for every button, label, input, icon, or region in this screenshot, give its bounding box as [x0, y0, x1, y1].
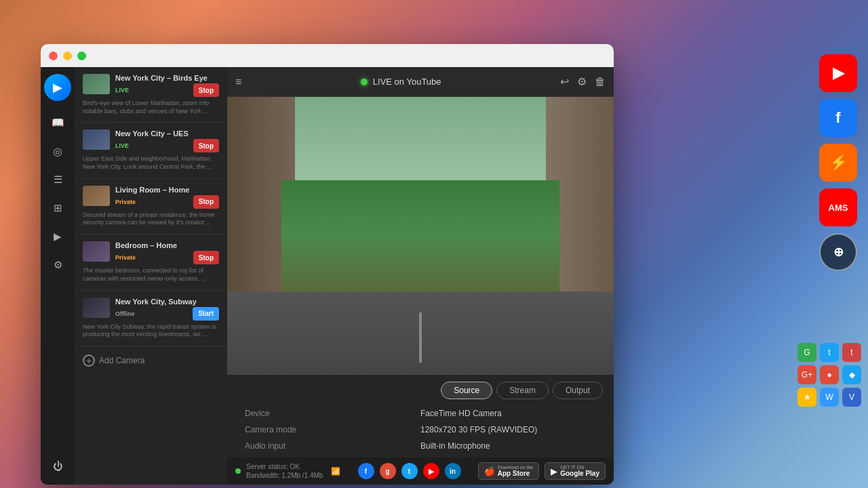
maximize-button[interactable] — [77, 52, 86, 60]
facebook-desktop-icon[interactable]: f — [819, 99, 857, 137]
share-icon[interactable]: ↩ — [560, 75, 569, 88]
minimize-button[interactable] — [63, 52, 72, 60]
street-scene — [227, 97, 614, 375]
linkedin-social-btn[interactable]: in — [445, 463, 461, 479]
app-store-text: Download on the App Store — [498, 465, 534, 478]
main-content: ≡ LIVE on YouTube ↩ ⚙ 🗑 — [227, 67, 614, 485]
trees — [281, 180, 559, 291]
settings-top-icon[interactable]: ⚙ — [577, 75, 587, 88]
camera-item-2[interactable]: Living Room – Home Private Stop Secured … — [75, 179, 227, 235]
status-ok-text: Server status: OK — [246, 462, 323, 471]
add-camera-btn[interactable]: + Add Camera — [75, 346, 227, 375]
delete-icon[interactable]: 🗑 — [595, 76, 606, 88]
camera-stop-btn-3[interactable]: Stop — [193, 251, 219, 264]
audio-input-value: Built-in Microphone — [420, 441, 596, 451]
camera-desc-2: Secured stream of a private residence, t… — [83, 211, 219, 227]
google-icon[interactable]: G — [797, 343, 816, 362]
camera-status-1: LIVE — [115, 142, 129, 149]
sidebar-list-btn[interactable]: ☰ — [45, 167, 70, 192]
blue-icon[interactable]: ◆ — [842, 365, 861, 384]
sidebar-grid-btn[interactable]: ⊞ — [45, 196, 70, 220]
camera-status-2: Private — [115, 199, 136, 205]
youtube-social-btn[interactable]: ▶ — [423, 463, 439, 479]
app-body: ▶ 📖 ◎ ☰ ⊞ ▶ ⚙ ⏻ — [41, 67, 614, 485]
road-line — [419, 312, 422, 363]
camera-status-4: Offline — [115, 310, 135, 317]
camera-item-3[interactable]: Bedroom – Home Private Stop The master b… — [75, 235, 227, 290]
camera-desc-3: The master bedroom, connected to my list… — [83, 267, 219, 283]
tab-output[interactable]: Output — [553, 382, 603, 399]
camera-info-4: New York City, Subway Offline Start — [115, 298, 219, 321]
camera-desc-0: Bird's-eye view of Lower Manhattan, zoom… — [83, 100, 219, 115]
bandwidth-text: Bandwidth: 1.2Mb /1.4Mb — [246, 471, 323, 480]
yellow-icon[interactable]: ★ — [797, 388, 816, 407]
small-desktop-icons: G t t G+ ● ◆ ★ W V — [797, 343, 861, 407]
sidebar-logo-btn[interactable]: ▶ — [44, 74, 71, 101]
sidebar-video-btn[interactable]: ▶ — [45, 224, 70, 249]
ams-desktop-icon[interactable]: AMS — [819, 188, 857, 226]
top-bar: ≡ LIVE on YouTube ↩ ⚙ 🗑 — [227, 67, 614, 97]
sidebar-location-btn[interactable]: ◎ — [45, 139, 70, 163]
lightning-desktop-icon[interactable]: ⚡ — [819, 144, 857, 182]
live-dot-indicator — [361, 79, 368, 85]
sidebar-power-btn[interactable]: ⏻ — [45, 453, 70, 478]
camera-list: New York City – Birds Eye LIVE Stop Bird… — [75, 67, 227, 485]
add-camera-icon: + — [83, 354, 95, 367]
vimeo-icon[interactable]: V — [842, 388, 861, 407]
app-store-btn[interactable]: 🍎 Download on the App Store — [478, 462, 540, 480]
video-background — [227, 97, 614, 375]
app-window: ▶ 📖 ◎ ☰ ⊞ ▶ ⚙ ⏻ — [41, 44, 614, 485]
camera-stop-btn-0[interactable]: Stop — [193, 83, 219, 97]
googleplus-social-btn[interactable]: g — [380, 463, 396, 479]
social-links: f g t ▶ in — [358, 463, 461, 479]
camera-status-3: Private — [115, 254, 136, 261]
camera-stop-btn-2[interactable]: Stop — [193, 195, 219, 209]
camera-info-3: Bedroom – Home Private Stop — [115, 241, 219, 264]
twitter-small-icon[interactable]: t — [820, 343, 839, 362]
server-status-text: Server status: OK Bandwidth: 1.2Mb /1.4M… — [246, 462, 323, 480]
camera-thumb-4 — [83, 298, 110, 318]
menu-icon[interactable]: ≡ — [235, 76, 241, 88]
bandwidth-icon: 📶 — [331, 467, 340, 476]
close-button[interactable] — [49, 52, 58, 60]
device-label: Device — [245, 409, 420, 418]
sidebar-book-btn[interactable]: 📖 — [45, 110, 70, 135]
window-controls — [49, 52, 86, 60]
camera-status-0: LIVE — [115, 87, 129, 94]
camera-item-4[interactable]: New York City, Subway Offline Start New … — [75, 291, 227, 346]
live-label: LIVE on YouTube — [373, 77, 441, 87]
facebook-social-btn[interactable]: f — [358, 463, 374, 479]
youtube-desktop-icon[interactable]: ▶ — [819, 54, 857, 92]
apple-icon: 🍎 — [484, 466, 495, 476]
tab-source[interactable]: Source — [441, 382, 492, 399]
google-play-text: GET IT ON Google Play — [560, 465, 599, 478]
sidebar: ▶ 📖 ◎ ☰ ⊞ ▶ ⚙ ⏻ — [41, 67, 75, 485]
title-bar — [41, 44, 614, 67]
status-bar: Server status: OK Bandwidth: 1.2Mb /1.4M… — [227, 458, 614, 485]
wp-icon[interactable]: W — [820, 388, 839, 407]
camera-thumb-1 — [83, 129, 110, 150]
camera-thumb-2 — [83, 186, 110, 206]
sidebar-settings-btn[interactable]: ⚙ — [45, 253, 70, 277]
sniper-desktop-icon[interactable]: ⊕ — [819, 233, 857, 271]
camera-start-btn-4[interactable]: Start — [193, 307, 219, 321]
camera-info-2: Living Room – Home Private Stop — [115, 186, 219, 209]
tab-stream[interactable]: Stream — [496, 382, 549, 399]
camera-item-1[interactable]: New York City – UES LIVE Stop Upper East… — [75, 123, 227, 178]
camera-mode-label: Camera mode — [245, 425, 420, 434]
road — [227, 291, 614, 375]
camera-thumb-3 — [83, 241, 110, 262]
twitter-social-btn[interactable]: t — [401, 463, 418, 479]
camera-item-0[interactable]: New York City – Birds Eye LIVE Stop Bird… — [75, 67, 227, 123]
camera-desc-4: New York City Subway, the rapid transit … — [83, 323, 219, 339]
device-info-grid: Device FaceTime HD Camera Camera mode 12… — [238, 409, 603, 451]
camera-thumb-0 — [83, 74, 110, 94]
camera-stop-btn-1[interactable]: Stop — [193, 139, 219, 152]
gplus-icon[interactable]: G+ — [797, 365, 816, 384]
audio-input-label: Audio input — [245, 441, 420, 451]
tumblr-icon[interactable]: t — [842, 343, 861, 362]
red-icon[interactable]: ● — [820, 365, 839, 384]
google-play-btn[interactable]: ▶ GET IT ON Google Play — [545, 462, 606, 480]
bottom-section: Source Stream Output Device FaceTime HD … — [227, 375, 614, 458]
camera-mode-value: 868x488 30 FPS (RAWVIDEO) — [420, 425, 596, 434]
